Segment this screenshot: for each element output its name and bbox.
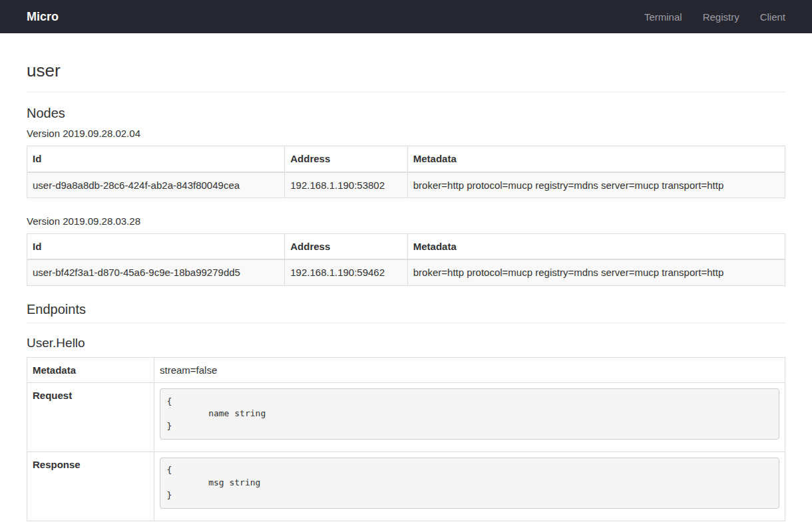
nodes-table-version-1: Id Address Metadata user-d9a8a8db-28c6-4… bbox=[27, 146, 785, 198]
endpoint-metadata-label: Metadata bbox=[27, 357, 154, 382]
table-row: user-bf42f3a1-d870-45a6-9c9e-18ba99279dd… bbox=[27, 259, 785, 285]
navbar-container: Micro Terminal Registry Client bbox=[27, 0, 785, 33]
column-header-address: Address bbox=[285, 146, 408, 172]
node-address-cell: 192.168.1.190:59462 bbox=[285, 259, 408, 285]
node-id-cell: user-d9a8a8db-28c6-424f-ab2a-843f80049ce… bbox=[27, 172, 285, 198]
page-title: user bbox=[27, 61, 785, 81]
endpoint-response-label: Response bbox=[27, 452, 154, 521]
node-address-cell: 192.168.1.190:53802 bbox=[285, 172, 408, 198]
top-navbar: Micro Terminal Registry Client bbox=[0, 0, 812, 33]
main-content: user Nodes Version 2019.09.28.02.04 Id A… bbox=[27, 33, 785, 521]
node-id-cell: user-bf42f3a1-d870-45a6-9c9e-18ba99279dd… bbox=[27, 259, 285, 285]
endpoint-response-cell: { msg string } bbox=[154, 452, 785, 521]
node-metadata-cell: broker=http protocol=mucp registry=mdns … bbox=[407, 172, 785, 198]
endpoint-metadata-row: Metadata stream=false bbox=[27, 357, 785, 382]
brand-link-micro[interactable]: Micro bbox=[27, 10, 59, 24]
endpoint-response-row: Response { msg string } bbox=[27, 452, 785, 521]
title-divider bbox=[27, 92, 785, 92]
endpoints-heading: Endpoints bbox=[27, 302, 785, 317]
endpoints-divider bbox=[27, 323, 785, 323]
endpoint-metadata-value: stream=false bbox=[154, 357, 785, 382]
table-header-row: Id Address Metadata bbox=[27, 234, 785, 260]
nav-link-registry[interactable]: Registry bbox=[703, 11, 739, 23]
version-label: Version 2019.09.28.02.04 bbox=[27, 126, 785, 140]
endpoint-request-row: Request { name string } bbox=[27, 383, 785, 452]
table-header-row: Id Address Metadata bbox=[27, 146, 785, 172]
endpoint-request-cell: { name string } bbox=[154, 383, 785, 452]
node-metadata-cell: broker=http protocol=mucp registry=mdns … bbox=[407, 259, 785, 285]
column-header-id: Id bbox=[27, 146, 285, 172]
table-row: user-d9a8a8db-28c6-424f-ab2a-843f80049ce… bbox=[27, 172, 785, 198]
nav-link-client[interactable]: Client bbox=[760, 11, 785, 23]
endpoint-request-label: Request bbox=[27, 383, 154, 452]
version-label: Version 2019.09.28.03.28 bbox=[27, 214, 785, 228]
column-header-metadata: Metadata bbox=[407, 234, 785, 260]
nav-link-terminal[interactable]: Terminal bbox=[644, 11, 682, 23]
response-schema-code: { msg string } bbox=[160, 458, 779, 509]
nodes-heading: Nodes bbox=[27, 106, 785, 120]
column-header-metadata: Metadata bbox=[407, 146, 785, 172]
request-schema-code: { name string } bbox=[160, 388, 779, 440]
navbar-links: Terminal Registry Client bbox=[644, 11, 785, 23]
nodes-table-version-2: Id Address Metadata user-bf42f3a1-d870-4… bbox=[27, 233, 785, 286]
endpoint-name: User.Hello bbox=[27, 336, 785, 350]
column-header-address: Address bbox=[285, 234, 408, 260]
endpoint-detail-table: Metadata stream=false Request { name str… bbox=[27, 357, 785, 521]
column-header-id: Id bbox=[27, 234, 285, 260]
